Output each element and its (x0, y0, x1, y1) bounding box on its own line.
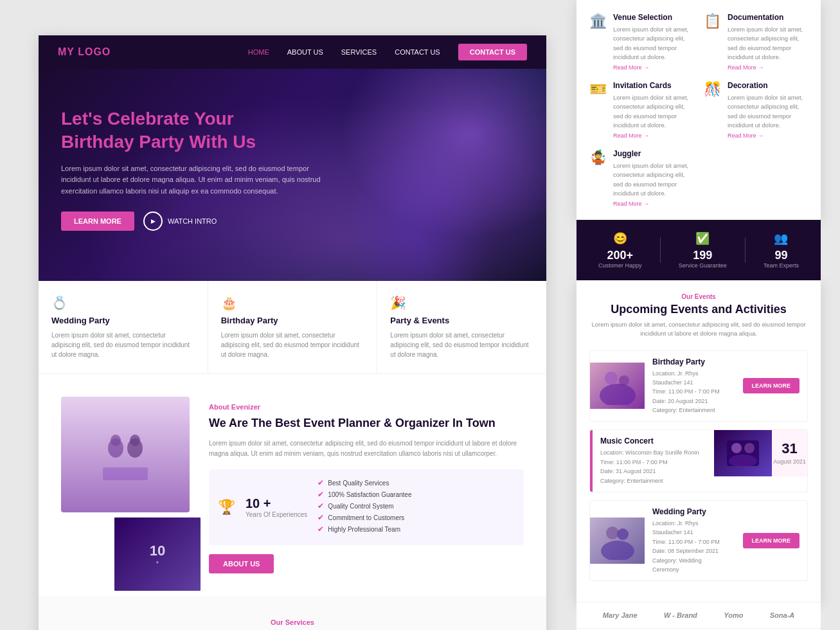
concert-event-location: Location: Wisconsin Bay Sunille Ronin (600, 448, 706, 457)
check-icon-2: ✔ (317, 490, 324, 499)
stat-divider-1 (660, 237, 661, 263)
concert-event-category: Category: Entertainment (600, 476, 706, 485)
invitation-read-more[interactable]: Read More → (613, 132, 693, 139)
wedding-card-desc: Lorem ipsum dolor sit amet, consectetur … (51, 330, 195, 359)
birthday-card-title: Birthday Party (221, 316, 364, 325)
service-decoration: 🎊 Decoration Lorem ipsum dolor sit amet,… (704, 81, 808, 139)
birthday-learn-more-button[interactable]: LEARN MORE (743, 378, 800, 393)
learn-more-button[interactable]: LEARN MORE (61, 212, 134, 231)
juggler-detail-icon: 🤹 (589, 149, 607, 166)
venue-detail-title: Venue Selection (613, 13, 693, 22)
upcoming-events-section: Our Events Upcoming Events and Activitie… (576, 280, 821, 602)
about-overlay-image: 10 + (112, 516, 202, 593)
docs-detail-content: Documentation Lorem ipsum dolor sit amet… (728, 13, 808, 71)
docs-read-more[interactable]: Read More → (728, 64, 808, 71)
trophy-icon: 🏆 (218, 499, 235, 516)
svg-point-12 (606, 526, 619, 539)
svg-point-10 (744, 443, 755, 453)
feature-1: ✔Best Quality Services (317, 478, 411, 487)
check-icon-4: ✔ (317, 513, 324, 522)
brand-2: W - Brand (664, 611, 697, 619)
about-section: 10 + About Evenizer We Are The Best Even… (39, 374, 546, 596)
nav-services[interactable]: SERVICES (341, 48, 377, 56)
events-desc: Lorem ipsum dolor sit amet, consectetur … (589, 320, 808, 339)
hero-heading-line2: Party With Us (139, 132, 256, 152)
wedding-event-category: Category: Wedding Ceremony (652, 556, 728, 575)
hero-buttons: LEARN MORE WATCH INTRO (61, 212, 331, 231)
nav-cta-button[interactable]: CONTACT US (458, 44, 527, 60)
birthday-icon: 🎂 (221, 295, 364, 310)
about-images: 10 + (61, 397, 190, 573)
svg-point-7 (600, 384, 636, 405)
wedding-event-title: Wedding Party (652, 507, 728, 516)
services-grid: 🏛️ Venue Selection Lorem ipsum dolor sit… (589, 13, 808, 207)
watch-intro-button[interactable]: WATCH INTRO (143, 212, 217, 231)
features-list: ✔Best Quality Services ✔100% Satisfactio… (317, 478, 411, 536)
feature-5: ✔Highly Professional Team (317, 525, 411, 534)
wedding-event-time: Time: 11:00 PM - 7:00 PM (652, 537, 728, 546)
hero-heading-line1: Let's Celebrate Your (61, 109, 234, 129)
svg-point-9 (731, 443, 742, 453)
wedding-learn-more-button[interactable]: LEARN MORE (743, 533, 800, 548)
hero-highlight: Birthday (61, 132, 134, 152)
play-icon[interactable] (143, 212, 163, 231)
stats-bar: 😊 200+ Customer Happy ✅ 199 Service Guar… (576, 220, 821, 280)
wedding-image-icon (598, 521, 637, 560)
docs-detail-icon: 📋 (704, 13, 721, 30)
svg-point-5 (605, 372, 618, 384)
hero-section: Let's Celebrate Your Birthday Party With… (39, 69, 546, 281)
invitation-detail-desc: Lorem ipsum dolor sit amet, consectetur … (613, 93, 693, 130)
venue-detail-content: Venue Selection Lorem ipsum dolor sit am… (613, 13, 693, 71)
experts-label: Team Experts (764, 262, 799, 269)
birthday-card-desc: Lorem ipsum dolor sit amet, consectetur … (221, 330, 364, 359)
decoration-read-more[interactable]: Read More → (728, 132, 808, 139)
juggler-detail-desc: Lorem ipsum dolor sit amet, consectetur … (613, 161, 693, 198)
navbar: MY LOGO HOME ABOUT US SERVICES CONTACT U… (39, 35, 546, 69)
hero-content: Let's Celebrate Your Birthday Party With… (61, 107, 331, 231)
events-tag: Our Events (589, 293, 808, 300)
brand-3: Yomo (724, 611, 743, 619)
concert-event-title: Music Concert (600, 437, 706, 446)
wedding-icon: 💍 (51, 295, 195, 310)
event-card-party: 🎉 Party & Events Lorem ipsum dolor sit a… (377, 281, 546, 374)
docs-detail-desc: Lorem ipsum dolor sit amet, consectetur … (728, 25, 808, 62)
venue-detail-desc: Lorem ipsum dolor sit amet, consectetur … (613, 25, 693, 62)
event-type-cards: 💍 Wedding Party Lorem ipsum dolor sit am… (39, 281, 546, 374)
birthday-event-location: Location: Jr. Rhys Staudacher 141 (652, 369, 728, 388)
venue-read-more[interactable]: Read More → (613, 64, 693, 71)
people-group-icon (100, 429, 151, 480)
events-title: Upcoming Events and Activities (589, 303, 808, 316)
nav-contact[interactable]: CONTACT US (395, 48, 440, 56)
customers-number: 200+ (598, 249, 642, 262)
invitation-detail-content: Invitation Cards Lorem ipsum dolor sit a… (613, 81, 693, 139)
brand-1: Mary Jane (603, 611, 638, 619)
nav-about[interactable]: ABOUT US (287, 48, 323, 56)
feature-4: ✔Commitment to Customers (317, 513, 411, 522)
brands-bar: Mary Jane W - Brand Yomo Sona-A (576, 602, 821, 629)
about-button[interactable]: ABOUT US (209, 554, 274, 573)
about-tag: About Evenizer (209, 403, 524, 411)
decoration-detail-desc: Lorem ipsum dolor sit amet, consectetur … (728, 93, 808, 130)
services-section: Our Services We Provide The Best Service… (39, 596, 546, 630)
invitation-detail-icon: 🎫 (589, 81, 607, 98)
hero-description: Lorem ipsum dolor sit amet, consectetur … (61, 163, 331, 197)
wedding-event-date: Date: 08 September 2021 (652, 546, 728, 555)
decoration-detail-icon: 🎊 (704, 81, 721, 98)
event-card-birthday: 🎂 Birthday Party Lorem ipsum dolor sit a… (208, 281, 378, 374)
experts-number: 99 (764, 249, 799, 262)
birthday-event-date: Date: 20 August 2021 (652, 397, 728, 406)
juggler-read-more[interactable]: Read More → (613, 201, 693, 207)
party-card-desc: Lorem ipsum dolor sit amet, consectetur … (390, 330, 533, 359)
docs-detail-title: Documentation (728, 13, 808, 22)
concert-event-date: Date: 31 August 2021 (600, 467, 706, 476)
site-logo: MY LOGO (58, 46, 111, 58)
experts-icon: 👥 (764, 231, 799, 246)
decoration-detail-content: Decoration Lorem ipsum dolor sit amet, c… (728, 81, 808, 139)
event-wedding-item: Wedding Party Location: Jr. Rhys Staudac… (589, 500, 808, 581)
decoration-detail-title: Decoration (728, 81, 808, 90)
check-icon-1: ✔ (317, 478, 324, 487)
invitation-detail-title: Invitation Cards (613, 81, 693, 90)
birthday-image-icon (598, 366, 637, 405)
nav-home[interactable]: HOME (248, 48, 269, 56)
party-card-title: Party & Events (390, 316, 533, 325)
